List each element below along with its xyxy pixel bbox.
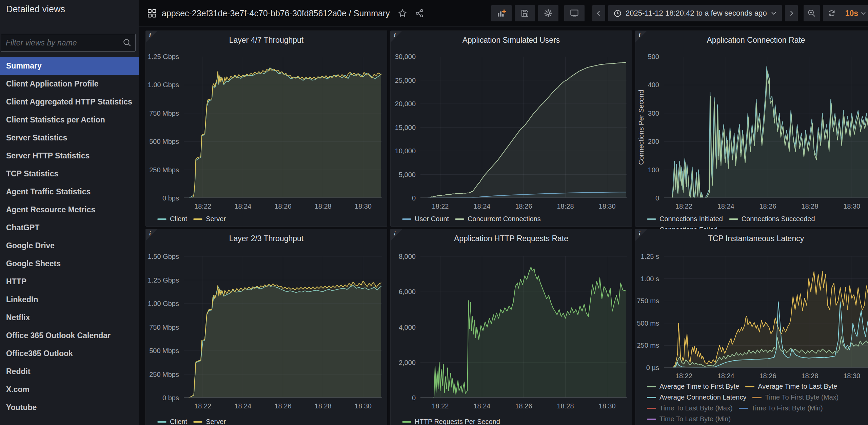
chart-plot-area[interactable] (664, 256, 868, 368)
legend-item-server[interactable]: Server (193, 418, 226, 425)
dashboard-settings-button[interactable] (538, 5, 558, 21)
legend-series-swatch (193, 421, 202, 423)
x-tick-label: 18:26 (756, 372, 780, 380)
panel-title[interactable]: Application Simulated Users (391, 36, 632, 45)
legend-series-swatch (647, 397, 656, 398)
panel-layer-4-7-throughput: iLayer 4/7 Throughput0 bps250 Mbps500 Mb… (145, 31, 387, 227)
legend-item-average-time-to-last-byte[interactable]: Average Time to Last Byte (745, 383, 837, 390)
panel-layer-2-3-throughput: iLayer 2/3 Throughput0 bps250 Mbps500 Mb… (145, 229, 387, 425)
legend-item-time-to-first-byte-min-[interactable]: Time To First Byte (Min) (739, 404, 823, 412)
panel-application-http-requests-rate: iApplication HTTP Requests Rate02,0004,0… (390, 229, 632, 425)
y-tick-label: 10,000 (391, 147, 416, 155)
y-tick-label: 500 Mbps (146, 347, 179, 355)
panel-application-simulated-users: iApplication Simulated Users05,00010,000… (390, 31, 632, 227)
y-tick-label: 0 bps (146, 194, 179, 202)
zoom-out-button[interactable] (804, 5, 820, 21)
time-range-back-button[interactable] (592, 5, 605, 21)
clock-icon (614, 9, 622, 17)
y-tick-label: 1.25 s (635, 252, 659, 260)
y-tick-label: 4,000 (391, 323, 416, 331)
sidebar-item-office-365-outlook-calendar[interactable]: Office 365 Outlook Calendar (0, 327, 139, 345)
chevron-down-icon (861, 12, 866, 15)
x-tick-label: 18:28 (798, 372, 822, 380)
legend-series-swatch (647, 408, 656, 409)
panel-title[interactable]: Layer 2/3 Throughput (146, 234, 387, 243)
y-tick-label: 0 (391, 194, 416, 202)
y-tick-label: 250 ms (635, 341, 659, 349)
legend-series-swatch (739, 408, 748, 409)
sidebar-item-linkedin[interactable]: LinkedIn (0, 291, 139, 309)
legend-item-concurrent-connections[interactable]: Concurrent Connections (455, 215, 541, 223)
dashboard-title[interactable]: appsec-23ef31de-3e7f-4c70-bb76-30fd85612… (162, 8, 390, 18)
favorite-star-icon[interactable] (398, 9, 407, 18)
x-tick-label: 18:24 (231, 202, 255, 210)
legend-series-swatch (157, 218, 166, 220)
dashboards-grid-icon[interactable] (148, 9, 156, 18)
nav-left-group: appsec-23ef31de-3e7f-4c70-bb76-30fd85612… (148, 0, 424, 26)
panel-title[interactable]: Application Connection Rate (635, 36, 868, 45)
legend-item-connections-succeeded[interactable]: Connections Succeeded (729, 215, 815, 223)
sidebar-item-server-statistics[interactable]: Server Statistics (0, 129, 139, 147)
legend-series-swatch (745, 386, 754, 387)
legend-item-time-to-last-byte-min-[interactable]: Time To Last Byte (Min) (647, 415, 731, 423)
sidebar-item-netflix[interactable]: Netflix (0, 309, 139, 327)
refresh-interval-dropdown[interactable]: 10s (841, 5, 868, 21)
sidebar-item-summary[interactable]: Summary (0, 57, 139, 75)
sidebar-item-http[interactable]: HTTP (0, 273, 139, 291)
filter-views-input[interactable] (1, 34, 136, 52)
legend-item-average-connection-latency[interactable]: Average Connection Latency (647, 393, 746, 401)
legend-item-average-time-to-first-byte[interactable]: Average Time to First Byte (647, 383, 739, 390)
x-tick-label: 18:28 (554, 402, 577, 410)
sidebar-item-google-drive[interactable]: Google Drive (0, 237, 139, 255)
sidebar-item-google-sheets[interactable]: Google Sheets (0, 255, 139, 273)
add-panel-button[interactable] (491, 5, 512, 21)
x-tick-label: 18:24 (231, 402, 255, 410)
legend-item-time-to-last-byte-max-[interactable]: Time To Last Byte (Max) (647, 404, 733, 412)
sidebar-item-client-aggregated-http-statistics[interactable]: Client Aggregated HTTP Statistics (0, 93, 139, 111)
sidebar-item-x-com[interactable]: X.com (0, 381, 139, 399)
chart-plot-area[interactable] (184, 57, 382, 198)
legend-item-time-to-first-byte-max-[interactable]: Time To First Byte (Max) (752, 393, 839, 401)
sidebar-item-chatgpt[interactable]: ChatGPT (0, 219, 139, 237)
legend-item-client[interactable]: Client (157, 418, 187, 425)
panel-title[interactable]: TCP Instantaneous Latency (635, 234, 868, 243)
legend-item-user-count[interactable]: User Count (402, 215, 449, 223)
legend-series-swatch (193, 218, 202, 220)
chevron-down-icon (771, 12, 776, 15)
chart-plot-area[interactable] (420, 256, 627, 398)
sidebar-item-office365-outlook[interactable]: Office365 Outlook (0, 345, 139, 363)
x-tick-label: 18:22 (672, 202, 696, 210)
chart-plot-area[interactable] (664, 57, 868, 198)
panel-legend: ClientServer (157, 418, 383, 425)
time-range-forward-button[interactable] (785, 5, 798, 21)
x-tick-label: 18:26 (271, 202, 295, 210)
sidebar-item-reddit[interactable]: Reddit (0, 363, 139, 381)
sidebar-item-client-application-profile[interactable]: Client Application Profile (0, 75, 139, 93)
sidebar-item-client-statistics-per-action[interactable]: Client Statistics per Action (0, 111, 139, 129)
nav-right-group: 2025-11-12 18:20:42 to a few seconds ago (491, 5, 868, 21)
legend-item-connections-initiated[interactable]: Connections Initiated (647, 215, 723, 223)
legend-item-client[interactable]: Client (157, 215, 187, 223)
dashboard-top-nav: appsec-23ef31de-3e7f-4c70-bb76-30fd85612… (139, 0, 868, 27)
sidebar-item-agent-resource-metrics[interactable]: Agent Resource Metrics (0, 201, 139, 219)
legend-item-http-requests-per-second[interactable]: HTTP Requests Per Second (402, 418, 500, 425)
sidebar-item-tcp-statistics[interactable]: TCP Statistics (0, 165, 139, 183)
sidebar-item-server-http-statistics[interactable]: Server HTTP Statistics (0, 147, 139, 165)
legend-series-label: HTTP Requests Per Second (415, 418, 500, 425)
x-tick-label: 18:30 (351, 402, 375, 410)
refresh-dashboard-button[interactable] (823, 5, 841, 21)
share-icon[interactable] (415, 9, 424, 18)
chart-plot-area[interactable] (184, 256, 382, 398)
time-range-picker[interactable]: 2025-11-12 18:20:42 to a few seconds ago (608, 5, 782, 21)
sidebar-item-youtube[interactable]: Youtube (0, 399, 139, 417)
panel-title[interactable]: Layer 4/7 Throughput (146, 36, 387, 45)
legend-series-swatch (752, 397, 762, 398)
save-dashboard-button[interactable] (515, 5, 535, 21)
kiosk-mode-button[interactable] (564, 5, 585, 21)
y-tick-label: 0 (644, 194, 659, 202)
sidebar-item-agent-traffic-statistics[interactable]: Agent Traffic Statistics (0, 183, 139, 201)
panel-title[interactable]: Application HTTP Requests Rate (391, 234, 632, 243)
legend-item-server[interactable]: Server (193, 215, 226, 223)
chart-plot-area[interactable] (420, 57, 627, 198)
panel-legend: ClientServer (157, 215, 383, 223)
